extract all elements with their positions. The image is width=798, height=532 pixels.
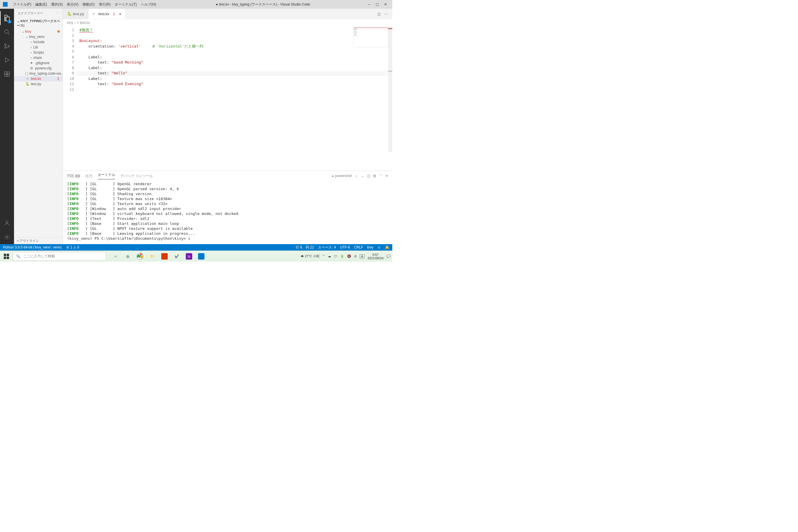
terminal-shell-picker[interactable]: ▸ powershell bbox=[332, 174, 352, 178]
task-view-icon[interactable]: ○ bbox=[111, 252, 120, 261]
title-bar: ファイル(F) 編集(E) 選択(S) 表示(V) 移動(G) 実行(R) ター… bbox=[0, 0, 392, 9]
explorer-icon[interactable]: 1 bbox=[0, 11, 14, 25]
taskbar-clock[interactable]: 0:572021/08/24 bbox=[367, 253, 383, 260]
file-test-py[interactable]: 🐍test.py bbox=[14, 81, 63, 87]
menu-selection[interactable]: 選択(S) bbox=[49, 1, 64, 8]
code-editor[interactable]: 123456789101112 #無視？ BoxLayout: orientat… bbox=[63, 26, 392, 171]
extensions-icon[interactable] bbox=[0, 67, 14, 81]
file-tree[interactable]: ⌄kivy ⌄kivy_venv ›Include ›Lib ›Scripts … bbox=[14, 29, 63, 237]
menu-bar: ファイル(F) 編集(E) 選択(S) 表示(V) 移動(G) 実行(R) ター… bbox=[11, 1, 158, 8]
taskbar-search[interactable]: 🔍ここに入力して検索 bbox=[13, 252, 106, 261]
ime-indicator[interactable]: A bbox=[360, 254, 365, 259]
file-gitignore[interactable]: ✦.gitignore bbox=[14, 60, 63, 65]
svg-point-2 bbox=[5, 44, 6, 45]
status-indentation[interactable]: スペース: 4 bbox=[318, 245, 336, 250]
file-test-kv[interactable]: ≡test.kv1 bbox=[14, 76, 63, 81]
menu-terminal[interactable]: ターミナル(T) bbox=[113, 1, 138, 8]
breadcrumb-file[interactable]: test.kv bbox=[80, 21, 90, 25]
start-button[interactable] bbox=[2, 252, 11, 261]
outline-section[interactable]: > アウトライン bbox=[14, 237, 63, 244]
status-cursor-pos[interactable]: 行 9、列 22 bbox=[296, 245, 314, 250]
tab-dirty-icon[interactable]: ● bbox=[119, 12, 121, 16]
chevron-down-icon[interactable]: ⌄ bbox=[17, 19, 20, 23]
workspace-name: KIVY_TYPING (ワークスペース) bbox=[17, 19, 60, 27]
file-code-workspace[interactable]: { }kivy_typing.code-wo... bbox=[14, 71, 63, 76]
settings-icon[interactable] bbox=[0, 230, 14, 244]
minimize-icon[interactable]: ─ bbox=[368, 2, 370, 6]
tray-onedrive-icon[interactable]: ☁ bbox=[328, 254, 331, 258]
svg-point-0 bbox=[5, 30, 8, 34]
status-language[interactable]: kivy bbox=[367, 245, 373, 249]
file-explorer-icon[interactable]: 📁 bbox=[148, 252, 157, 261]
svg-rect-8 bbox=[5, 74, 7, 76]
file-pyvenv-cfg[interactable]: ⚙pyvenv.cfg bbox=[14, 65, 63, 71]
vscode-taskbar-icon[interactable] bbox=[196, 252, 206, 261]
menu-edit[interactable]: 編集(E) bbox=[34, 1, 49, 8]
split-editor-icon[interactable]: ◫ bbox=[377, 12, 381, 16]
todo-icon[interactable]: ✔️ bbox=[172, 252, 182, 261]
panel-tab-debug-console[interactable]: デバッグ コンソール bbox=[120, 173, 153, 178]
kill-terminal-icon[interactable]: 🗑 bbox=[373, 174, 377, 178]
status-eol[interactable]: CRLF bbox=[354, 245, 363, 249]
tab-test-py[interactable]: 🐍test.py bbox=[63, 9, 88, 19]
panel-tab-output[interactable]: 出力 bbox=[86, 173, 93, 178]
close-icon[interactable]: ✕ bbox=[384, 2, 387, 6]
status-python[interactable]: Python 3.9.5 64-bit ('kivy_venv': venv) bbox=[3, 245, 61, 249]
terminal-output[interactable]: [INFO ] [GL ] OpenGL renderer [INFO ] [G… bbox=[63, 181, 392, 244]
folder-lib[interactable]: ›Lib bbox=[14, 45, 63, 50]
tray-chevron-icon[interactable]: ⌃ bbox=[322, 254, 325, 258]
account-icon[interactable] bbox=[0, 216, 14, 230]
panel-tab-problems[interactable]: 問題 1 bbox=[67, 173, 80, 178]
tray-battery-icon[interactable]: 🔋 bbox=[340, 254, 344, 258]
folder-scripts[interactable]: ›Scripts bbox=[14, 50, 63, 55]
status-errors[interactable]: ⊘ 1 ⚠ 0 bbox=[66, 245, 79, 249]
svg-line-1 bbox=[8, 33, 10, 35]
folder-share[interactable]: ›share bbox=[14, 55, 63, 60]
breadcrumb-folder[interactable]: kivy bbox=[67, 21, 73, 25]
editor-tabs: 🐍test.py ≡test.kv1● ◫ ⋯ bbox=[63, 9, 392, 19]
terminal-dropdown-icon[interactable]: ⌄ bbox=[361, 174, 364, 178]
svg-marker-5 bbox=[5, 58, 10, 62]
search-icon[interactable] bbox=[0, 25, 14, 39]
svg-rect-18 bbox=[161, 253, 168, 260]
breadcrumb[interactable]: kivy›≡test.kv bbox=[63, 19, 392, 26]
editor-area: 🐍test.py ≡test.kv1● ◫ ⋯ kivy›≡test.kv 12… bbox=[63, 9, 392, 244]
menu-file[interactable]: ファイル(F) bbox=[11, 1, 33, 8]
chrome-icon[interactable] bbox=[135, 252, 145, 261]
tray-security-icon[interactable]: 🛡 bbox=[334, 254, 337, 258]
panel-close-icon[interactable]: ✕ bbox=[385, 174, 388, 178]
menu-view[interactable]: 表示(V) bbox=[65, 1, 80, 8]
new-terminal-icon[interactable]: ＋ bbox=[355, 173, 358, 178]
scrollbar-overview[interactable] bbox=[388, 27, 392, 152]
panel-tab-terminal[interactable]: ターミナル bbox=[98, 172, 115, 179]
panel-collapse-icon[interactable]: ⌃ bbox=[379, 174, 382, 178]
explorer-more-icon[interactable]: ⋯ bbox=[56, 12, 59, 15]
svg-rect-14 bbox=[4, 256, 6, 259]
folder-kivy-venv[interactable]: ⌄kivy_venv bbox=[14, 34, 63, 39]
tray-volume-icon[interactable]: 🔇 bbox=[347, 254, 351, 258]
folder-include[interactable]: ›Include bbox=[14, 39, 63, 45]
status-encoding[interactable]: UTF-8 bbox=[340, 245, 350, 249]
minimap[interactable]: ▬▬▬▬▬▬▬▬▬▬▬▬▬▬▬▬▬▬▬▬ bbox=[353, 27, 388, 47]
run-debug-icon[interactable] bbox=[0, 53, 14, 67]
tab-test-kv[interactable]: ≡test.kv1● bbox=[88, 9, 126, 19]
office-icon[interactable] bbox=[160, 252, 169, 261]
code-content[interactable]: #無視？ BoxLayout: orientation: 'vertical' … bbox=[77, 26, 392, 171]
split-terminal-icon[interactable]: ◫ bbox=[367, 174, 370, 178]
weather-widget[interactable]: 🌧 27°C 小雨 bbox=[301, 254, 319, 259]
status-feedback-icon[interactable]: ☺ bbox=[377, 245, 381, 249]
bottom-panel: 問題 1 出力 ターミナル デバッグ コンソール ▸ powershell ＋ … bbox=[63, 171, 392, 244]
menu-help[interactable]: ヘルプ(H) bbox=[139, 1, 158, 8]
onenote-icon[interactable]: N bbox=[184, 252, 194, 261]
menu-go[interactable]: 移動(G) bbox=[81, 1, 96, 8]
source-control-icon[interactable] bbox=[0, 39, 14, 53]
action-center-icon[interactable]: 💬 bbox=[386, 254, 391, 258]
folder-kivy[interactable]: ⌄kivy bbox=[14, 29, 63, 34]
menu-run[interactable]: 実行(R) bbox=[97, 1, 113, 8]
status-bell-icon[interactable]: 🔔 bbox=[385, 245, 390, 249]
maximize-icon[interactable]: ▢ bbox=[376, 2, 379, 6]
editor-more-icon[interactable]: ⋯ bbox=[384, 12, 387, 16]
cortana-icon[interactable]: ◎ bbox=[123, 252, 132, 261]
tray-network-icon[interactable]: ⊘ bbox=[354, 254, 357, 258]
explorer-title: エクスプローラー bbox=[18, 11, 43, 16]
